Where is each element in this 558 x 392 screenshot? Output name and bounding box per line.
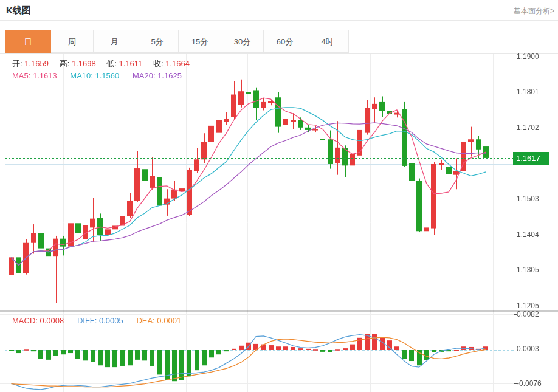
open-label: 开: bbox=[12, 59, 22, 68]
axis-tick-label: 0.0082 bbox=[517, 310, 539, 318]
diff-value: DIFF: 0.0005 bbox=[77, 316, 123, 325]
low-value: 1.1611 bbox=[119, 59, 143, 68]
axis-tick-label: 1.1801 bbox=[517, 88, 539, 96]
macd-readout: MACD: 0.0008 DIFF: 0.0005 DEA: 0.0001 bbox=[12, 316, 181, 325]
ma-readout: MA5: 1.1613 MA10: 1.1560 MA20: 1.1625 bbox=[12, 71, 182, 80]
macd-value: MACD: 0.0008 bbox=[12, 316, 64, 325]
open-value: 1.1659 bbox=[24, 59, 49, 68]
dea-value: DEA: 0.0001 bbox=[136, 316, 181, 325]
high-label: 高: bbox=[60, 59, 70, 68]
high-value: 1.1698 bbox=[72, 59, 96, 68]
close-label: 收: bbox=[153, 59, 164, 68]
axis-tick-label: 1.1503 bbox=[517, 194, 539, 203]
low-label: 低: bbox=[106, 59, 117, 68]
current-price-badge: 1.1617 bbox=[513, 152, 549, 165]
axis-tick-label: 1.1305 bbox=[517, 266, 539, 274]
axis-tick-label: 1.1702 bbox=[517, 123, 539, 132]
ma10-readout: MA10: 1.1560 bbox=[70, 71, 119, 80]
ma20-readout: MA20: 1.1625 bbox=[133, 71, 182, 80]
axis-tick-label: 0.0003 bbox=[517, 345, 539, 353]
axis-tick-label: 1.1205 bbox=[517, 301, 539, 310]
axis-tick-label: 1.1404 bbox=[517, 230, 539, 239]
close-value: 1.1664 bbox=[165, 59, 190, 68]
axis-tick-label: 1.1900 bbox=[517, 52, 539, 61]
ohlc-readout: 开: 1.1659 高: 1.1698 低: 1.1611 收: 1.1664 bbox=[12, 58, 198, 69]
axis-tick-label: -0.0076 bbox=[517, 379, 542, 388]
kline-widget: K线图 基本面分析> 日周月5分15分30分60分4时 开: 1.1659 高:… bbox=[0, 0, 558, 392]
ma5-readout: MA5: 1.1613 bbox=[12, 71, 57, 80]
